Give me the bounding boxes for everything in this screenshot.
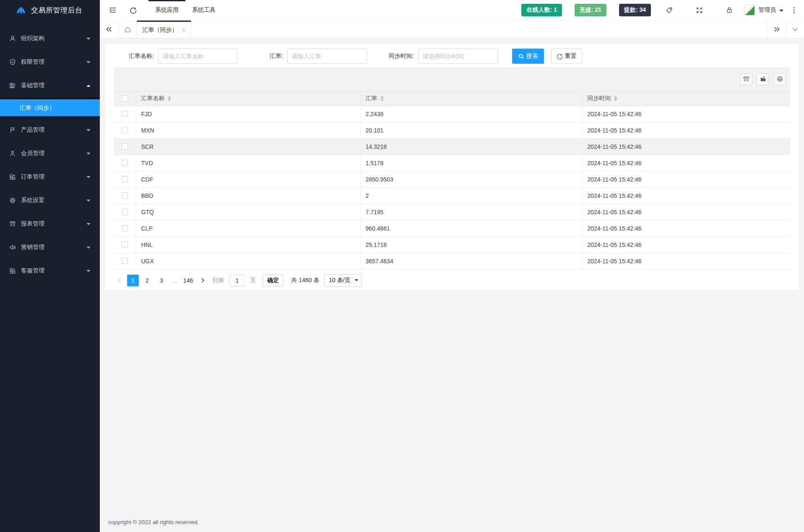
row-checkbox[interactable] [122, 241, 128, 248]
tab-exchange-rate-sync[interactable]: 汇率（同步） × [137, 21, 191, 38]
columns-filter-icon[interactable] [740, 73, 752, 85]
select-all-checkbox[interactable] [122, 95, 128, 101]
rates-table: 汇率名称 汇率 同步时间 [114, 91, 790, 270]
cell-rate: 3657.4634 [360, 253, 582, 269]
cell-rate: 1.5178 [360, 155, 582, 171]
chevron-up-icon [86, 85, 91, 87]
sidebar-item-products[interactable]: 产品管理 [0, 118, 100, 142]
logo-icon [16, 5, 26, 16]
sidebar-item-settings[interactable]: 系统设置 [0, 189, 100, 212]
sidebar-item-basic[interactable]: 基础管理 [0, 74, 100, 97]
total-count-label: 共 1460 条 [291, 277, 319, 284]
table-row[interactable]: HNL 25.1718 2024-11-05 15:42:46 [114, 236, 790, 253]
sidebar-item-label: 会员管理 [21, 150, 44, 157]
table-row[interactable]: BBD 2 2024-11-05 15:42:46 [114, 187, 790, 204]
topnav-system-tools[interactable]: 系统工具 [185, 0, 222, 21]
avatar [744, 5, 755, 16]
chevron-down-icon [86, 129, 91, 131]
column-header-rate-name[interactable]: 汇率名称 [136, 91, 360, 106]
more-options-icon[interactable] [792, 5, 796, 15]
user-icon [9, 35, 16, 42]
sidebar-item-label: 营销管理 [21, 244, 44, 251]
next-page-button[interactable] [197, 275, 208, 286]
close-icon[interactable]: × [182, 27, 186, 33]
table-row[interactable]: FJD 2.2438 2024-11-05 15:42:46 [114, 106, 790, 122]
reset-button[interactable]: 重置 [551, 49, 582, 64]
search-field-rate: 汇率: [270, 49, 367, 64]
chevron-down-icon [86, 61, 91, 63]
sidebar-item-permissions[interactable]: 权限管理 [0, 50, 100, 74]
withdraw-badge[interactable]: 提款: 34 [619, 4, 651, 16]
column-label: 汇率名称 [141, 95, 165, 102]
row-checkbox[interactable] [122, 225, 128, 231]
sort-icon[interactable] [380, 96, 384, 101]
table-row[interactable]: UGX 3657.4634 2024-11-05 15:42:46 [114, 253, 790, 269]
table-row[interactable]: GTQ 7.7195 2024-11-05 15:42:46 [114, 204, 790, 220]
sort-icon[interactable] [168, 96, 171, 101]
row-checkbox[interactable] [122, 111, 128, 117]
sidebar-item-members[interactable]: 会员管理 [0, 142, 100, 165]
table-row[interactable]: CLP 960.4661 2024-11-05 15:42:46 [114, 220, 790, 236]
search-field-rate-name: 汇率名称: [129, 49, 238, 64]
row-checkbox[interactable] [122, 258, 128, 264]
row-checkbox[interactable] [122, 176, 128, 182]
column-header-sync-time[interactable]: 同步时间 [582, 91, 790, 106]
app-root: 交易所管理后台 组织架构 权限管理 [0, 0, 804, 532]
cell-rate: 14.3218 [360, 138, 582, 155]
lock-icon[interactable] [724, 5, 735, 16]
sidebar-item-org[interactable]: 组织架构 [0, 27, 100, 50]
page-button[interactable]: 1 [127, 275, 139, 286]
sidebar-item-orders[interactable]: 订单管理 [0, 165, 100, 189]
online-count-badge[interactable]: 在线人数: 1 [521, 4, 562, 16]
rate-name-input[interactable] [158, 49, 238, 64]
confirm-page-button[interactable]: 确定 [263, 275, 284, 286]
home-tab-button[interactable] [118, 21, 137, 38]
page-button[interactable]: 146 [182, 275, 195, 286]
table-row[interactable]: MXN 20.101 2024-11-05 15:42:46 [114, 122, 790, 138]
chevron-down-icon [86, 38, 91, 40]
search-field-sync-time: 同步时间: [389, 49, 498, 64]
cell-sync-time: 2024-11-05 15:42:46 [582, 155, 790, 171]
export-icon[interactable] [757, 73, 769, 85]
row-checkbox[interactable] [122, 160, 128, 166]
table-row[interactable]: SCR 14.3218 2024-11-05 15:42:46 [114, 138, 790, 155]
page-button[interactable]: 2 [141, 275, 153, 286]
sidebar-item-marketing[interactable]: 营销管理 [0, 236, 100, 259]
cell-rate: 2850.9503 [360, 171, 582, 187]
row-checkbox[interactable] [122, 127, 128, 133]
column-header-rate[interactable]: 汇率 [360, 91, 582, 106]
page-button[interactable]: 3 [156, 275, 167, 286]
row-checkbox[interactable] [122, 209, 128, 215]
sidebar-item-label: 客服管理 [21, 267, 44, 275]
tabs-menu-button[interactable] [786, 21, 804, 38]
refresh-icon[interactable] [127, 5, 138, 16]
sidebar-item-support[interactable]: 客服管理 [0, 259, 100, 283]
tabbar-spacer [191, 21, 767, 38]
row-checkbox[interactable] [122, 143, 128, 150]
page-size-select[interactable]: 10 条/页 [324, 274, 362, 287]
topnav-system-apps[interactable]: 系统应用 [148, 0, 185, 21]
cell-rate: 7.7195 [360, 204, 582, 220]
row-checkbox[interactable] [122, 192, 128, 199]
table-row[interactable]: TVD 1.5178 2024-11-05 15:42:46 [114, 155, 790, 171]
sidebar-item-exchange-rate-sync[interactable]: 汇率（同步） [0, 99, 100, 116]
search-button[interactable]: 搜索 [512, 49, 544, 64]
cell-sync-time: 2024-11-05 15:42:46 [582, 236, 790, 253]
main-column: 系统应用 系统工具 在线人数: 1 充值: 21 提款: 34 [100, 0, 804, 532]
page-jump-input[interactable] [229, 275, 245, 286]
deposit-badge[interactable]: 充值: 21 [575, 4, 606, 16]
print-icon[interactable] [773, 73, 786, 85]
prev-page-button[interactable] [114, 275, 125, 286]
tabs-scroll-right-button[interactable] [767, 21, 786, 38]
sidebar-collapse-button[interactable] [107, 5, 118, 16]
fullscreen-icon[interactable] [694, 5, 705, 16]
sync-time-input[interactable] [418, 49, 498, 64]
tabs-scroll-left-button[interactable] [100, 21, 118, 38]
sort-icon[interactable] [614, 96, 617, 101]
sidebar-item-reports[interactable]: 报表管理 [0, 212, 100, 236]
table-row[interactable]: CDF 2850.9503 2024-11-05 15:42:46 [114, 171, 790, 187]
rate-input[interactable] [287, 49, 367, 64]
tag-icon[interactable] [663, 5, 674, 16]
user-menu[interactable]: 管理员 [744, 5, 783, 16]
cell-rate: 2.2438 [360, 106, 582, 122]
